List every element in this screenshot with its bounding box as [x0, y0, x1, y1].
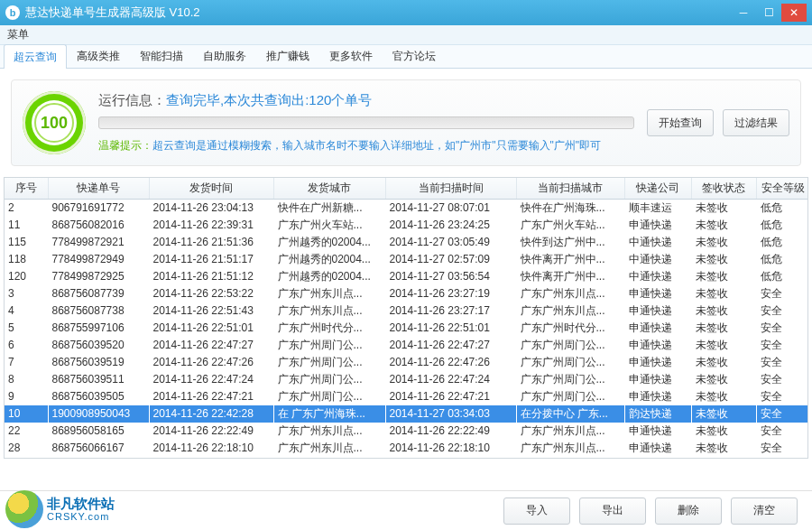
hint-label: 温馨提示：: [98, 139, 152, 152]
table-row[interactable]: 1207784998729252014-11-26 21:51:12广州越秀的0…: [5, 268, 808, 285]
tab-1[interactable]: 高级类推: [67, 43, 130, 68]
delete-button[interactable]: 删除: [655, 497, 722, 525]
hint-row: 温馨提示：超云查询是通过模糊搜索，输入城市名时不要输入详细地址，如"广州市"只需…: [98, 138, 634, 153]
cell-company: 申通快递: [624, 371, 691, 388]
tab-2[interactable]: 智能扫描: [130, 43, 193, 68]
column-header[interactable]: 快递单号: [48, 178, 149, 200]
site-logo: 非凡软件站 CRSKY.com: [5, 490, 115, 528]
app-icon: b: [5, 5, 20, 20]
cell-company: 申通快递: [624, 285, 691, 302]
table-row[interactable]: 88687560395112014-11-26 22:47:24广东广州周门公.…: [5, 371, 808, 388]
info-status: 查询完毕,本次共查询出:120个单号: [166, 92, 372, 107]
cell-scantime: 2014-11-26 22:47:24: [385, 371, 516, 388]
cell-seq: 10: [5, 405, 48, 423]
cell-num: 778499872921: [48, 234, 149, 251]
cell-num: 868756087738: [48, 302, 149, 320]
cell-sign: 未签收: [691, 302, 756, 320]
cell-seq: 120: [5, 268, 48, 285]
cell-seq: 8: [5, 371, 48, 388]
table-row[interactable]: 298687560661692014-11-26 22:18:03广东广州东川点…: [5, 457, 808, 459]
table-row[interactable]: 78687560395192014-11-26 22:47:26广东广州周门公.…: [5, 354, 808, 371]
titlebar: b 慧达快递单号生成器高级版 V10.2 ─ ☐ ✕: [0, 0, 812, 25]
data-grid[interactable]: 序号快递单号发货时间发货城市当前扫描时间当前扫描城市快递公司签收状态安全等级 2…: [4, 177, 808, 459]
filter-result-button[interactable]: 过滤结果: [723, 109, 789, 136]
logo-swirl-icon: [5, 490, 43, 528]
column-header[interactable]: 发货城市: [273, 178, 385, 200]
main-panel: 100 运行信息：查询完毕,本次共查询出:120个单号 温馨提示：超云查询是通过…: [0, 69, 812, 177]
tab-0[interactable]: 超云查询: [4, 44, 67, 69]
import-button[interactable]: 导入: [503, 497, 570, 525]
cell-scity: 广东广州火车站...: [273, 217, 385, 234]
table-row[interactable]: 68687560395202014-11-26 22:47:27广东广州周门公.…: [5, 337, 808, 354]
cell-ship: 2014-11-26 22:47:24: [149, 371, 273, 388]
cell-safe: 安全: [756, 388, 808, 405]
table-row[interactable]: 1157784998729212014-11-26 21:51:36广州越秀的0…: [5, 234, 808, 251]
cell-ship: 2014-11-26 22:47:27: [149, 337, 273, 354]
table-row[interactable]: 228689560581652014-11-26 22:22:49广东广州东川点…: [5, 423, 808, 440]
table-row[interactable]: 29067916917722014-11-26 23:04:13快件在广州新糖.…: [5, 200, 808, 218]
export-button[interactable]: 导出: [579, 497, 646, 525]
cell-scantime: 2014-11-26 22:18:03: [385, 457, 516, 459]
cell-ship: 2014-11-26 22:47:21: [149, 388, 273, 405]
cell-ship: 2014-11-26 22:18:10: [149, 440, 273, 457]
cell-safe: 低危: [756, 217, 808, 234]
column-header[interactable]: 当前扫描时间: [385, 178, 516, 200]
cell-scantime: 2014-11-27 08:07:01: [385, 200, 516, 218]
cell-seq: 118: [5, 251, 48, 268]
column-header[interactable]: 当前扫描城市: [516, 178, 624, 200]
tab-4[interactable]: 推广赚钱: [256, 43, 319, 68]
cell-seq: 2: [5, 200, 48, 218]
cell-ship: 2014-11-26 22:39:31: [149, 217, 273, 234]
cell-safe: 安全: [756, 354, 808, 371]
cell-ship: 2014-11-26 22:53:22: [149, 285, 273, 302]
column-header[interactable]: 签收状态: [691, 178, 756, 200]
cell-scity: 广东广州周门公...: [273, 354, 385, 371]
progress-gauge: 100: [23, 91, 86, 154]
cell-scantime: 2014-11-26 22:47:27: [385, 337, 516, 354]
column-header[interactable]: 序号: [5, 178, 48, 200]
cell-scity: 广州越秀的02004...: [273, 234, 385, 251]
table-row[interactable]: 288687560661672014-11-26 22:18:10广东广州东川点…: [5, 440, 808, 457]
maximize-button[interactable]: ☐: [756, 4, 781, 22]
cell-scancity: 广东广州东川点...: [516, 423, 624, 440]
cell-scantime: 2014-11-27 03:34:03: [385, 405, 516, 423]
cell-seq: 11: [5, 217, 48, 234]
column-header[interactable]: 安全等级: [756, 178, 808, 200]
table-row[interactable]: 98687560395052014-11-26 22:47:21广东广州周门公.…: [5, 388, 808, 405]
cell-scantime: 2014-11-26 22:18:10: [385, 440, 516, 457]
cell-seq: 6: [5, 337, 48, 354]
start-query-button[interactable]: 开始查询: [647, 109, 714, 136]
table-row[interactable]: 38687560877392014-11-26 22:53:22广东广州东川点.…: [5, 285, 808, 302]
cell-scantime: 2014-11-26 22:47:21: [385, 388, 516, 405]
cell-scancity: 快件离开广州中...: [516, 251, 624, 268]
table-row[interactable]: 118687560820162014-11-26 22:39:31广东广州火车站…: [5, 217, 808, 234]
menubar: 菜单: [0, 25, 812, 45]
cell-seq: 22: [5, 423, 48, 440]
close-button[interactable]: ✕: [781, 4, 807, 22]
menu-item[interactable]: 菜单: [7, 27, 29, 42]
cell-scancity: 广东广州东川点...: [516, 457, 624, 459]
cell-scancity: 广东广州周门公...: [516, 371, 624, 388]
table-row[interactable]: 48687560877382014-11-26 22:51:43广东广州东川点.…: [5, 302, 808, 320]
tab-6[interactable]: 官方论坛: [383, 43, 446, 68]
minimize-button[interactable]: ─: [731, 4, 756, 22]
cell-ship: 2014-11-26 22:47:26: [149, 354, 273, 371]
clear-button[interactable]: 清空: [731, 497, 798, 525]
cell-ship: 2014-11-26 23:04:13: [149, 200, 273, 218]
cell-company: 申通快递: [624, 354, 691, 371]
tab-3[interactable]: 自助服务: [193, 43, 256, 68]
cell-safe: 低危: [756, 234, 808, 251]
cell-ship: 2014-11-26 21:51:17: [149, 251, 273, 268]
column-header[interactable]: 发货时间: [149, 178, 273, 200]
table-row[interactable]: 58687559971062014-11-26 22:51:01广东广州时代分.…: [5, 320, 808, 337]
cell-scity: 广州越秀的02004...: [273, 251, 385, 268]
cell-scity: 广东广州周门公...: [273, 388, 385, 405]
cell-company: 中通快递: [624, 268, 691, 285]
table-row[interactable]: 1187784998729492014-11-26 21:51:17广州越秀的0…: [5, 251, 808, 268]
tab-5[interactable]: 更多软件: [319, 43, 383, 68]
bottom-bar: 非凡软件站 CRSKY.com 导入 导出 删除 清空: [0, 490, 812, 530]
cell-sign: 未签收: [691, 440, 756, 457]
cell-company: 申通快递: [624, 320, 691, 337]
table-row[interactable]: 1019009089500432014-11-26 22:42:28在 广东广州…: [5, 405, 808, 423]
column-header[interactable]: 快递公司: [624, 178, 691, 200]
